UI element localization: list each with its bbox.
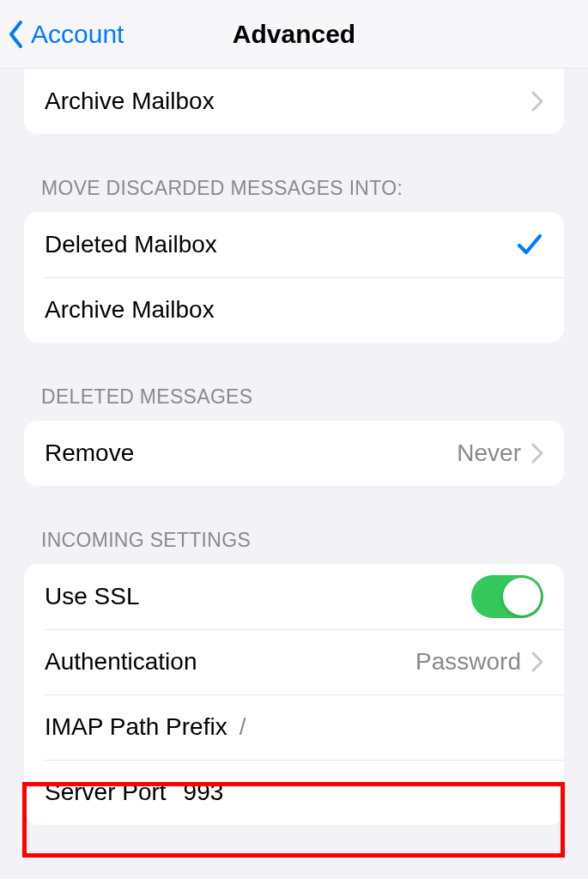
server-port-row[interactable]: Server Port 993 (24, 760, 564, 825)
use-ssl-label: Use SSL (45, 583, 140, 610)
use-ssl-toggle[interactable] (471, 575, 543, 618)
archive-mailbox-row[interactable]: Archive Mailbox (24, 69, 564, 134)
deleted-messages-header: Deleted Messages (24, 343, 564, 421)
discarded-deleted-row[interactable]: Deleted Mailbox (24, 212, 564, 277)
chevron-right-icon (531, 652, 543, 672)
imap-path-prefix-value: / (239, 713, 246, 741)
discarded-archive-row[interactable]: Archive Mailbox (24, 277, 564, 343)
authentication-label: Authentication (45, 648, 197, 676)
authentication-value: Password (415, 648, 521, 676)
discarded-deleted-label: Deleted Mailbox (45, 231, 217, 258)
server-port-label: Server Port (45, 779, 167, 806)
toggle-knob (503, 578, 541, 615)
nav-bar: Account Advanced (0, 0, 588, 69)
page-title: Advanced (233, 20, 355, 49)
chevron-left-icon (7, 19, 26, 50)
remove-row[interactable]: Remove Never (24, 421, 564, 486)
discarded-section-header: Move Discarded Messages Into: (24, 134, 564, 212)
authentication-row[interactable]: Authentication Password (24, 629, 564, 694)
chevron-right-icon (531, 91, 543, 112)
use-ssl-row: Use SSL (24, 564, 564, 629)
archive-mailbox-label: Archive Mailbox (45, 88, 215, 115)
imap-path-prefix-label: IMAP Path Prefix (45, 713, 227, 741)
remove-value: Never (457, 440, 521, 467)
imap-path-prefix-row[interactable]: IMAP Path Prefix / (24, 694, 564, 760)
incoming-settings-header: Incoming Settings (24, 486, 564, 564)
back-button[interactable]: Account (7, 19, 124, 50)
back-label: Account (31, 20, 124, 49)
checkmark-icon (516, 231, 543, 258)
discarded-archive-label: Archive Mailbox (45, 296, 215, 324)
remove-label: Remove (45, 440, 134, 467)
server-port-value: 993 (184, 779, 224, 806)
chevron-right-icon (531, 443, 543, 464)
